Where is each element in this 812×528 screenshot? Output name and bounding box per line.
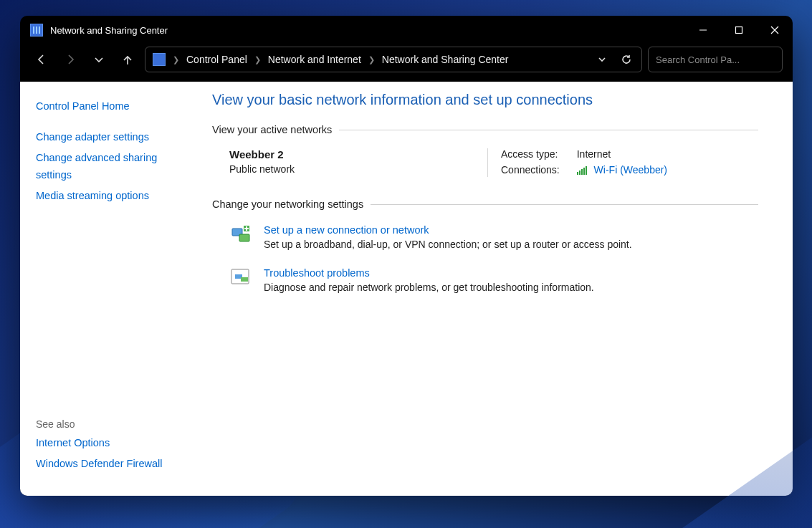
breadcrumb-network-sharing[interactable]: Network and Sharing Center xyxy=(379,52,512,67)
chevron-right-icon: ❯ xyxy=(171,55,181,64)
up-button[interactable] xyxy=(116,48,139,71)
setup-connection-icon xyxy=(229,224,254,249)
content: Control Panel Home Change adapter settin… xyxy=(20,82,793,496)
sidebar-link-advanced-sharing[interactable]: Change advanced sharing settings xyxy=(36,148,176,185)
app-icon xyxy=(30,24,43,37)
minimize-button[interactable] xyxy=(685,16,721,44)
sidebar-link-internet-options[interactable]: Internet Options xyxy=(36,433,176,453)
window: Network and Sharing Center ❯ Control Pan… xyxy=(20,16,793,496)
recent-dropdown[interactable] xyxy=(87,48,110,71)
main-panel: View your basic network information and … xyxy=(192,82,793,496)
task-desc-troubleshoot: Diagnose and repair network problems, or… xyxy=(264,282,594,293)
close-button[interactable] xyxy=(757,16,793,44)
svg-rect-10 xyxy=(583,168,585,175)
location-icon xyxy=(153,53,166,66)
breadcrumb-control-panel[interactable]: Control Panel xyxy=(183,52,250,67)
network-name: Weebber 2 xyxy=(229,148,487,160)
svg-rect-16 xyxy=(244,228,249,229)
address-history-dropdown[interactable] xyxy=(591,49,613,70)
sidebar-link-media-streaming[interactable]: Media streaming options xyxy=(36,186,176,206)
task-troubleshoot: Troubleshoot problems Diagnose and repai… xyxy=(212,263,758,306)
maximize-button[interactable] xyxy=(721,16,757,44)
svg-rect-7 xyxy=(577,172,578,175)
svg-rect-13 xyxy=(239,234,249,241)
access-type-value: Internet xyxy=(577,148,667,160)
task-desc-setup: Set up a broadband, dial-up, or VPN conn… xyxy=(264,239,632,250)
sidebar: Control Panel Home Change adapter settin… xyxy=(20,82,192,496)
chevron-right-icon: ❯ xyxy=(253,55,262,64)
access-type-label: Access type: xyxy=(501,148,560,160)
sidebar-link-firewall[interactable]: Windows Defender Firewall xyxy=(36,453,176,474)
connections-label: Connections: xyxy=(501,164,560,177)
nav-row: ❯ Control Panel ❯ Network and Internet ❯… xyxy=(20,44,793,82)
svg-rect-8 xyxy=(579,171,581,175)
wifi-signal-icon xyxy=(577,165,588,177)
troubleshoot-icon xyxy=(229,267,254,292)
search-box[interactable] xyxy=(648,47,783,72)
svg-rect-9 xyxy=(581,169,583,175)
back-button[interactable] xyxy=(30,48,53,71)
active-network: Weebber 2 Public network Access type: In… xyxy=(212,145,758,194)
sidebar-link-home[interactable]: Control Panel Home xyxy=(36,96,176,117)
task-setup-connection: Set up a new connection or network Set u… xyxy=(212,220,758,263)
page-heading: View your basic network information and … xyxy=(212,92,758,108)
network-type: Public network xyxy=(229,163,487,175)
connection-link[interactable]: Wi-Fi (Weebber) xyxy=(594,164,667,176)
see-also-label: See also xyxy=(36,418,176,430)
svg-rect-11 xyxy=(586,166,587,175)
task-link-troubleshoot[interactable]: Troubleshoot problems xyxy=(264,267,370,279)
breadcrumb-network-internet[interactable]: Network and Internet xyxy=(265,52,364,67)
refresh-button[interactable] xyxy=(616,49,637,70)
svg-rect-19 xyxy=(241,277,248,282)
chevron-right-icon: ❯ xyxy=(367,55,376,64)
forward-button[interactable] xyxy=(59,48,82,71)
change-settings-section: Change your networking settings xyxy=(212,198,758,210)
active-networks-section: View your active networks xyxy=(212,124,758,135)
task-link-setup[interactable]: Set up a new connection or network xyxy=(264,224,429,236)
search-input[interactable] xyxy=(656,54,776,65)
sidebar-link-adapter[interactable]: Change adapter settings xyxy=(36,127,176,148)
svg-rect-1 xyxy=(736,27,742,34)
address-bar[interactable]: ❯ Control Panel ❯ Network and Internet ❯… xyxy=(145,47,642,72)
titlebar: Network and Sharing Center xyxy=(20,16,793,44)
window-title: Network and Sharing Center xyxy=(50,25,168,36)
